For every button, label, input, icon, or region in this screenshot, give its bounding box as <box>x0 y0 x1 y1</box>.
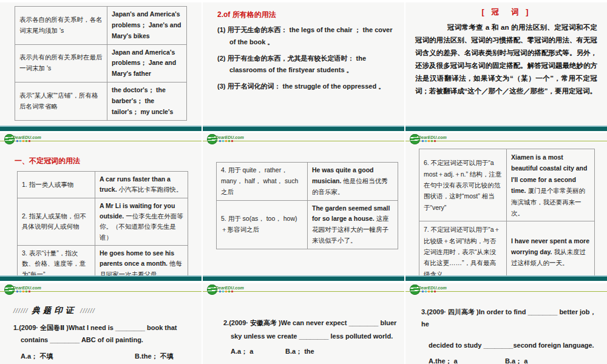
article-usage-table: 4. 用于 quite， rather， many， half， what， s… <box>216 162 398 249</box>
example-en: He goes home to see his parents once a m… <box>100 249 174 267</box>
social-dots-icon <box>422 291 447 292</box>
brand-text: DearEDU.com <box>13 135 41 140</box>
rule-cell: 4. 用于 quite， rather， many， half， what， s… <box>217 163 308 201</box>
rule-cell: 2. 指某人或某物，但不具体说明何人或何物 <box>18 198 95 245</box>
slide-exam-q3[interactable]: DearEDU.com 3.(2009· 四川高考 )In order to f… <box>405 283 607 364</box>
example-cell: Japan and America's problems； Jane and M… <box>107 44 187 83</box>
option-a: A.the； a <box>429 354 505 364</box>
rule-cell: 表示“某人家”“店铺”，所有格后名词常省略 <box>15 83 107 121</box>
dearedu-logo: DearEDU.com <box>207 134 244 144</box>
example-cell: He was quite a good musician. 他是位相当优秀的音乐… <box>308 163 398 201</box>
option-a: A.a； a <box>231 345 285 358</box>
slide-header: DearEDU.com <box>203 283 404 292</box>
slide-footer-bar <box>203 275 404 281</box>
table-row: 2. 指某人或某物，但不具体说明何人或何物 A Mr Li is waiting… <box>18 198 188 245</box>
slide-column-3: [ 冠 词 ] 冠词常考查 a 和 an 的用法区别、定冠词和不定冠词的用法区别… <box>405 0 607 364</box>
slide-exam-q2[interactable]: DearEDU.com 2.(2009· 安徽高考 )We can never … <box>203 283 404 364</box>
brand-text: DearEDU.com <box>215 286 244 290</box>
exam-section-header: ////// 典题印证 ////// <box>13 305 202 316</box>
option-a: A.a； 不填 <box>21 350 135 363</box>
usage-item: (3) 用于名词化的词： the struggle of the oppress… <box>217 81 393 93</box>
slide-indefinite-article-usage[interactable]: DearEDU.com 一、不定冠词的用法 1. 指一类人或事物 A car r… <box>0 133 202 281</box>
exam-question: 2.(2009· 安徽高考 )We can never expect _____… <box>203 316 404 343</box>
brand-text: DearEDU.com <box>215 135 244 140</box>
table-row: 3. 表示“计量”，指次数、价格、速度等，意为“每一”。 He goes hom… <box>18 245 188 275</box>
social-dots-icon <box>422 140 447 142</box>
indefinite-article-table: 1. 指一类人或事物 A car runs faster than a truc… <box>17 171 188 275</box>
option-b: B.a； a <box>505 354 527 364</box>
usage-item: (1) 用于无生命的东西： the legs of the chair ； th… <box>217 24 393 49</box>
example-cell: Xiamen is a most beautiful coastal city … <box>507 149 595 221</box>
slide-article-usage-6-7[interactable]: DearEDU.com 6. 不定冠词还可以用于“a most＋adj.＋n.”… <box>405 133 607 281</box>
exam-section-title: 典题印证 <box>32 305 76 316</box>
exam-question: 1.(2009· 全国卷Ⅱ )What I need is ________ b… <box>0 322 202 346</box>
rule-cell: 表示共有的所有关系时在最后一词末加 's <box>15 44 107 83</box>
example-zh: 小汽车比卡车跑得快。 <box>119 186 183 193</box>
brand-text: DearEDU.com <box>13 286 41 290</box>
slide-footer-bar <box>405 275 607 281</box>
article-usage-table: 6. 不定冠词还可以用于“a most＋adj.＋n.” 结构，注意在句中没有表… <box>419 149 595 275</box>
example-cell: I have never spent a more worrying day. … <box>507 221 595 275</box>
social-dots-icon <box>219 140 244 142</box>
exam-question-line: decided to study ________second foreign … <box>405 340 607 352</box>
rule-cell: 5. 用于 so(as， too， how)＋形容词之后 <box>217 200 308 249</box>
slide-of-possessive-usage[interactable]: 2.of 所有格的用法 (1) 用于无生命的东西： the legs of th… <box>203 0 404 131</box>
social-dots-icon <box>219 291 244 292</box>
dearedu-logo: DearEDU.com <box>410 134 447 144</box>
slash-decoration: ////// <box>80 307 95 314</box>
slide-article-intro[interactable]: [ 冠 词 ] 冠词常考查 a 和 an 的用法区别、定冠词和不定冠词的用法区别… <box>405 0 607 131</box>
option-d: D.the； the <box>285 360 320 364</box>
section-title: [ 冠 词 ] <box>415 7 597 18</box>
option-c: C.the； a <box>231 360 285 364</box>
option-b: B.a； the <box>285 345 314 358</box>
section-title: 一、不定冠词的用法 <box>15 156 202 166</box>
slide-sorter-grid: 表示各自的所有关系时，各名词末尾均须加 's Japan's and Ameri… <box>0 0 607 364</box>
example-cell: A car runs faster than a truck. 小汽车比卡车跑得… <box>95 172 188 198</box>
table-row: 表示各自的所有关系时，各名词末尾均须加 's Japan's and Ameri… <box>15 7 187 45</box>
options-row: C.the； a D.the； the <box>203 360 404 364</box>
slide-header: DearEDU.com <box>203 133 404 141</box>
slide-header: DearEDU.com <box>0 133 202 141</box>
social-dots-icon <box>16 140 41 142</box>
dearedu-logo: DearEDU.com <box>207 285 244 295</box>
rule-cell: 1. 指一类人或事物 <box>18 172 95 198</box>
table-row: 4. 用于 quite， rather， many， half， what， s… <box>217 163 398 201</box>
options-row: A.a； 不填 B.the； 不填 <box>0 350 202 363</box>
slide-article-usage-4-5[interactable]: DearEDU.com 4. 用于 quite， rather， many， h… <box>203 133 404 281</box>
brand-text: DearEDU.com <box>418 286 447 290</box>
rule-cell: 表示各自的所有关系时，各名词末尾均须加 's <box>15 7 107 45</box>
rule-cell: 3. 表示“计量”，指次数、价格、速度等，意为“每一”。 <box>18 245 95 275</box>
example-cell: the doctor's； the barber's； the tailor's… <box>107 83 187 121</box>
slide-header: DearEDU.com <box>0 283 202 292</box>
slide-possessive-table[interactable]: 表示各自的所有关系时，各名词末尾均须加 's Japan's and Ameri… <box>0 0 202 131</box>
usage-item: (2) 用于有生命的东西，尤其是有较长定语时： the classrooms o… <box>217 53 393 77</box>
slide-exam-q1[interactable]: DearEDU.com ////// 典题印证 ////// 1.(2009· … <box>0 283 202 364</box>
social-dots-icon <box>16 291 41 292</box>
table-row: 表示“某人家”“店铺”，所有格后名词常省略 the doctor's； the … <box>15 83 187 121</box>
possessive-rules-table: 表示各自的所有关系时，各名词末尾均须加 's Japan's and Ameri… <box>15 6 187 121</box>
rule-cell: 7. 不定冠词还可以用于“a＋比较级＋名词”结构，与否定词连用时，表示“从来没有… <box>419 221 507 275</box>
intro-paragraph: 冠词常考查 a 和 an 的用法区别、定冠词和不定冠词的用法区别、冠词的习惯搭配… <box>415 21 597 98</box>
dearedu-logo: DearEDU.com <box>4 134 41 144</box>
options-row: A.the； a B.a； a <box>405 354 607 364</box>
dearedu-logo: DearEDU.com <box>4 285 41 295</box>
slide-column-1: 表示各自的所有关系时，各名词末尾均须加 's Japan's and Ameri… <box>0 0 202 364</box>
slash-decoration: ////// <box>13 307 28 314</box>
rule-cell: 6. 不定冠词还可以用于“a most＋adj.＋n.” 结构，注意在句中没有表… <box>419 149 507 221</box>
table-row: 1. 指一类人或事物 A car runs faster than a truc… <box>18 172 188 198</box>
example-cell: A Mr Li is waiting for you outside. 一位李先… <box>95 198 188 245</box>
example-cell: The garden seemed small for so large a h… <box>308 200 398 249</box>
table-row: 6. 不定冠词还可以用于“a most＋adj.＋n.” 结构，注意在句中没有表… <box>419 149 595 221</box>
example-cell: He goes home to see his parents once a m… <box>95 245 188 275</box>
slide-footer-bar <box>405 126 607 131</box>
section-title: 2.of 所有格的用法 <box>217 10 393 20</box>
option-b: B.the； 不填 <box>135 350 174 363</box>
dearedu-logo: DearEDU.com <box>410 285 447 295</box>
table-row: 表示共有的所有关系时在最后一词末加 's Japan and America's… <box>15 44 187 83</box>
slide-footer-bar <box>203 126 404 131</box>
exam-question-line: 3.(2009· 四川高考 )In order to find ________… <box>405 306 607 331</box>
table-row: 7. 不定冠词还可以用于“a＋比较级＋名词”结构，与否定词连用时，表示“从来没有… <box>419 221 595 275</box>
slide-header: DearEDU.com <box>405 283 607 292</box>
slide-column-2: 2.of 所有格的用法 (1) 用于无生命的东西： the legs of th… <box>203 0 404 364</box>
options-row: A.a； a B.a； the <box>203 345 404 358</box>
